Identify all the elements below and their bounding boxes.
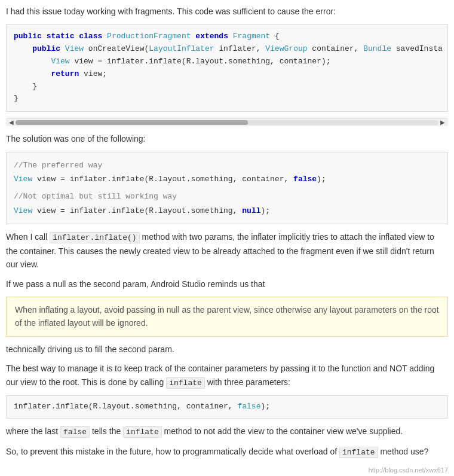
inline-code-inflate: inflater.inflate() (50, 232, 139, 243)
code-line-1: View view = inflater.inflate(R.layout.so… (14, 172, 440, 186)
scroll-left-arrow[interactable]: ◀ (7, 118, 16, 127)
inline-code-inflate-2: inflate (166, 377, 205, 389)
code-line-2: View view = inflater.inflate(R.layout.so… (14, 204, 440, 218)
paragraph-1-text1: When I call (6, 232, 50, 242)
solution-paragraph: The solution was one of the following: (6, 132, 448, 145)
paragraph-5-text1: where the last (6, 426, 60, 436)
scroll-right-arrow[interactable]: ▶ (438, 118, 447, 127)
paragraph-4: The best way to manage it is to keep tra… (6, 362, 448, 389)
watermark: http://blog.csdn.net/xwx617 (6, 465, 448, 476)
intro-paragraph: I had this issue today working with frag… (6, 5, 448, 18)
code-block-3: inflater.inflate(R.layout.something, con… (6, 395, 448, 419)
paragraph-6: So, to prevent this mistake in the futur… (6, 445, 448, 459)
paragraph-5: where the last false tells the inflate m… (6, 425, 448, 439)
paragraph-2: If we pass a null as the second param, A… (6, 277, 448, 291)
inline-code-inflate-4: inflate (339, 447, 378, 458)
code-scrollbar[interactable]: ◀ ▶ (6, 118, 448, 126)
inline-code-false: false (60, 426, 90, 438)
paragraph-6-text1: So, to prevent this mistake in the futur… (6, 447, 339, 456)
code-comment-1: //The preferred way (14, 158, 440, 172)
code-block-1: public static class ProductionFragment e… (6, 24, 448, 112)
paragraph-5-text2: tells the (90, 426, 123, 436)
paragraph-5-text3: method to not add the view to the contai… (162, 426, 403, 436)
paragraph-3: technically driving us to fill the secon… (6, 343, 448, 356)
code-block-2: //The preferred way View view = inflater… (6, 152, 448, 225)
scrollbar-thumb[interactable] (16, 120, 248, 125)
paragraph-6-text2: method use? (378, 447, 429, 456)
warning-box: When inflating a layout, avoid passing i… (6, 297, 448, 337)
warning-text: When inflating a layout, avoid passing i… (15, 305, 439, 328)
paragraph-4-text2: with three parameters: (205, 377, 290, 387)
code-comment-2: //Not optimal but still working way (14, 190, 440, 203)
scrollbar-track[interactable] (16, 120, 438, 125)
paragraph-1: When I call inflater.inflate() method wi… (6, 230, 448, 271)
inline-code-inflate-3: inflate (123, 426, 162, 438)
code-block-3-text: inflater.inflate(R.layout.something, con… (14, 402, 270, 411)
